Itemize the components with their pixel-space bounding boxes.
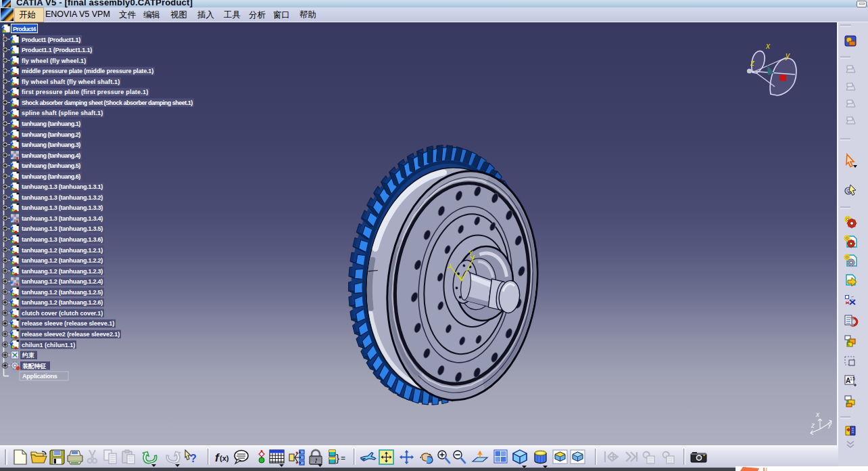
svg-text:=: = xyxy=(341,453,345,463)
svg-text:}: } xyxy=(336,452,339,464)
svg-text:(x): (x) xyxy=(220,454,229,462)
svg-text:?: ? xyxy=(190,453,197,464)
